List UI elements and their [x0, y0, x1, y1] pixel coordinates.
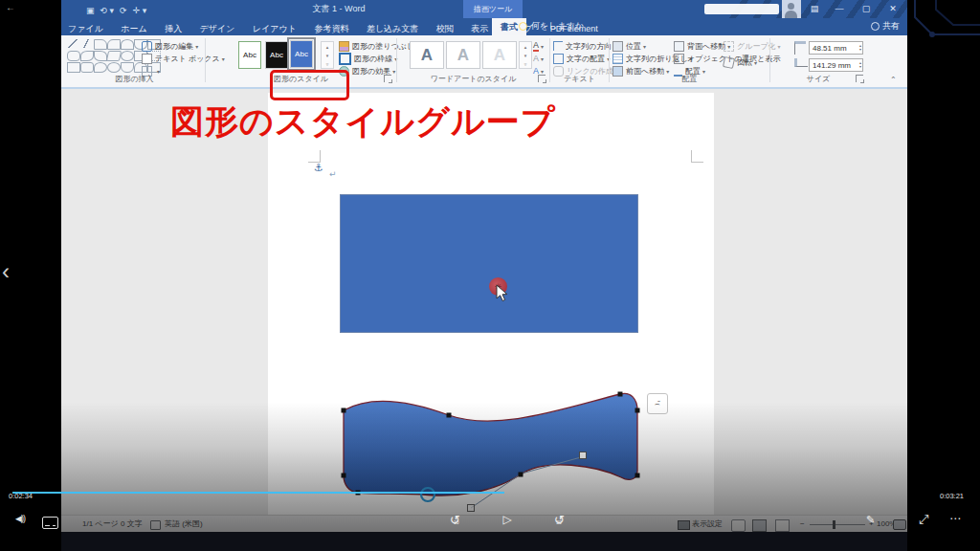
zoom-out-button[interactable]: − — [800, 516, 805, 533]
ribbon: 図形の編集▾ テキスト ボックス▾ ▾ 図形の挿入 Abc Abc Abc ▴▾… — [61, 35, 907, 89]
back-icon[interactable]: ← — [6, 2, 15, 12]
share-label: 共有 — [882, 20, 900, 33]
text-direction-button[interactable]: 文字列の方向▾ — [553, 40, 616, 52]
zoom-slider-track[interactable] — [810, 524, 865, 525]
player-controls: ↺10 ▷ ↻30 — [450, 513, 565, 527]
undo-icon[interactable]: ⟲ ▾ — [100, 6, 115, 15]
shape-styles-dialog-launcher[interactable] — [384, 75, 391, 82]
ribbon-display-options-icon[interactable]: ▤ — [804, 0, 825, 18]
quick-access-toolbar: ▣⟲ ▾⟳✛ ▾ — [86, 0, 152, 17]
bezier-control-handle[interactable] — [580, 452, 587, 459]
width-spinner[interactable]: 141.29 mm▴▾ — [809, 58, 863, 72]
restore-button[interactable]: ▢ — [856, 0, 877, 18]
tell-me-label: 何をしますか — [531, 20, 584, 33]
group-arrange: 位置▾ 文字列の折り返し▾ 前面へ移動▾ 背面へ移動▾ オブジェクトの選択と表示… — [611, 35, 768, 85]
wordart-gallery-scroll[interactable]: ▴▾▿ — [519, 41, 532, 69]
annotation-red-box — [270, 70, 349, 100]
player-progress-bar[interactable] — [12, 492, 504, 494]
document-area: ⚓ ↵ ✳ — [61, 89, 890, 515]
group-label-insert-shapes: 図形の挿入 — [65, 74, 204, 84]
group-label-text: テキスト — [551, 74, 608, 84]
person-icon — [871, 22, 880, 31]
word-count[interactable]: 0 文字 — [121, 516, 143, 533]
read-mode-icon[interactable] — [731, 519, 746, 532]
account-name-blurred — [704, 4, 779, 14]
zoom-slider-thumb[interactable] — [833, 520, 835, 529]
play-button[interactable]: ▷ — [502, 513, 511, 527]
close-button[interactable]: ✕ — [882, 0, 903, 18]
position-button[interactable]: 位置▾ — [612, 40, 646, 52]
tell-me-box[interactable]: 何をしますか — [519, 20, 584, 33]
rectangle-shape[interactable] — [340, 194, 638, 333]
windows-taskbar: W ^ ▭ ▭ ☁ ◀) ✎ あ 6:182021/02/25 — [61, 532, 907, 551]
height-icon — [794, 41, 806, 55]
group-text: 文字列の方向▾ 文字の配置▾ リンクの作成 テキスト — [551, 35, 608, 85]
wordart-dialog-launcher[interactable] — [538, 75, 546, 82]
window-title: 文書 1 - Word — [281, 0, 396, 18]
volume-icon[interactable]: ◀)) — [15, 514, 25, 523]
wordart-thumb-2[interactable]: A — [446, 41, 480, 69]
desktop-capture: ▣⟲ ▾⟳✛ ▾ 文書 1 - Word 描画ツール ▤ — ▢ ✕ ファイル … — [61, 0, 907, 551]
annotation-headline: 図形のスタイルグループ — [170, 99, 556, 144]
fullscreen-icon[interactable]: ⤢ — [919, 512, 928, 527]
group-label-arrange: 配置 — [611, 74, 768, 84]
player-left-rail: ← ‹ 0:02:34 ◀)) — [0, 0, 61, 551]
floating-collapse-button[interactable]: ⌢̄ — [647, 393, 668, 414]
style-gallery-scroll[interactable]: ▴▾▿ — [321, 41, 334, 69]
share-button[interactable]: 共有 — [871, 20, 900, 33]
send-backward-button[interactable]: 背面へ移動▾ — [674, 40, 730, 52]
height-spinner[interactable]: 48.51 mm▴▾ — [809, 41, 863, 55]
touch-mode-icon[interactable]: ✛ ▾ — [133, 6, 147, 15]
minimize-button[interactable]: — — [829, 0, 850, 18]
subtitles-icon[interactable] — [42, 517, 58, 529]
group-insert-shapes: 図形の編集▾ テキスト ボックス▾ ▾ 図形の挿入 — [65, 35, 204, 85]
player-right-rail: 0:03:21 ⤢ ⋯ — [907, 0, 980, 551]
contextual-tab-header: 描画ツール — [463, 0, 523, 18]
bezier-control-handle-open[interactable] — [468, 505, 475, 512]
wordart-thumb-3[interactable]: A — [482, 41, 517, 69]
width-icon — [794, 58, 808, 67]
freeform-shape — [344, 393, 637, 496]
style-thumb-blue-selected[interactable]: Abc — [290, 40, 313, 68]
redo-icon[interactable]: ⟳ — [120, 6, 127, 15]
text-boundary-mark-right — [691, 150, 703, 163]
circuit-decoration — [907, 0, 980, 50]
group-label-wordart: ワードアートのスタイル — [398, 74, 548, 84]
avatar[interactable] — [782, 0, 801, 18]
web-layout-icon[interactable] — [775, 519, 790, 532]
word-title-bar: ▣⟲ ▾⟳✛ ▾ 文書 1 - Word 描画ツール ▤ — ▢ ✕ — [61, 0, 907, 18]
group-wordart-styles: A A A ▴▾▿ A▾ A▾ A▾ ワードアートのスタイル — [398, 35, 548, 85]
group-label-size: サイズ — [771, 74, 865, 84]
wordart-thumb-1[interactable]: A — [410, 41, 444, 69]
align-text-button[interactable]: 文字の配置▾ — [553, 53, 610, 64]
print-layout-icon[interactable] — [752, 519, 767, 532]
display-settings-icon — [678, 520, 690, 530]
collapse-ribbon-icon[interactable]: ⌃ — [890, 76, 897, 84]
time-total: 0:03:21 — [940, 492, 964, 500]
rewind-10-button[interactable]: ↺10 — [450, 513, 460, 527]
text-fill-button[interactable]: A▾ — [533, 40, 544, 52]
freeform-shape-editing[interactable] — [337, 387, 653, 515]
save-icon[interactable]: ▣ — [86, 6, 95, 15]
ribbon-tab-row: ファイル ホーム 挿入 デザイン レイアウト 参考資料 差し込み文書 校閲 表示… — [61, 18, 907, 35]
edit-shape-button[interactable]: 図形の編集▾ — [142, 40, 198, 52]
mouse-cursor — [496, 284, 508, 302]
rotate-button[interactable]: 回転▾ — [724, 56, 757, 68]
previous-chevron-icon[interactable]: ‹ — [2, 258, 10, 285]
style-thumb-outline[interactable]: Abc — [238, 41, 261, 69]
display-settings-label[interactable]: 表示設定 — [692, 516, 723, 533]
language-status[interactable]: 英語 (米国) — [165, 516, 203, 533]
proofing-icon[interactable] — [150, 520, 161, 530]
size-dialog-launcher[interactable] — [856, 75, 863, 82]
page-count[interactable]: 1/1 ページ — [82, 516, 119, 533]
shape-outline-button[interactable]: 図形の枠線▾ — [339, 53, 397, 64]
style-thumb-black[interactable]: Abc — [265, 41, 288, 69]
forward-30-button[interactable]: ↻30 — [554, 513, 565, 527]
annotation-pencil-icon[interactable]: ✎ — [866, 514, 875, 526]
more-options-icon[interactable]: ⋯ — [949, 512, 962, 525]
text-outline-button[interactable]: A▾ — [533, 53, 544, 64]
lightbulb-icon — [519, 22, 527, 31]
group-size: 48.51 mm▴▾ 141.29 mm▴▾ サイズ — [771, 35, 865, 85]
paragraph-mark: ↵ — [329, 169, 337, 179]
shortcuts-icon[interactable] — [893, 519, 906, 530]
